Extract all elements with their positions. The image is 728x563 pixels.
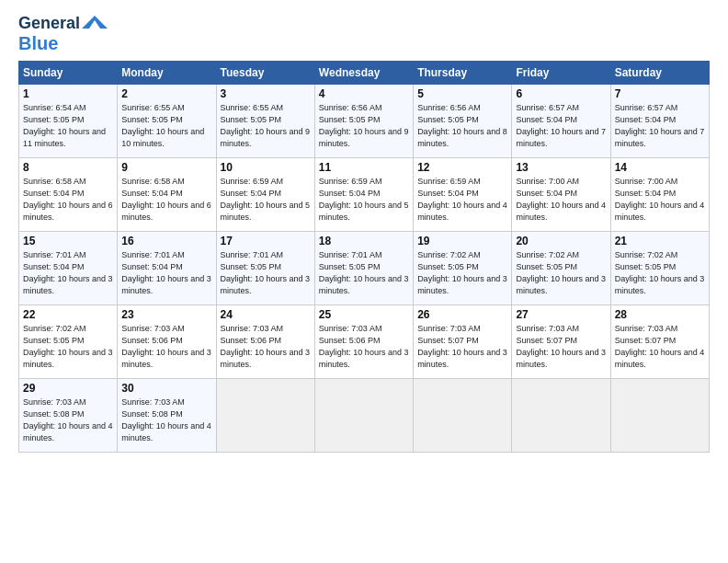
day-number: 5	[417, 87, 507, 100]
day-number: 20	[516, 235, 606, 247]
calendar-cell: 28Sunrise: 7:03 AMSunset: 5:07 PMDayligh…	[610, 304, 709, 378]
day-info: Sunrise: 6:56 AMSunset: 5:05 PMDaylight:…	[319, 103, 409, 148]
day-info: Sunrise: 7:03 AMSunset: 5:07 PMDaylight:…	[615, 324, 705, 369]
calendar-cell: 22Sunrise: 7:02 AMSunset: 5:05 PMDayligh…	[19, 304, 118, 378]
calendar-cell: 21Sunrise: 7:02 AMSunset: 5:05 PMDayligh…	[610, 231, 709, 304]
day-number: 16	[121, 235, 211, 247]
day-info: Sunrise: 6:57 AMSunset: 5:04 PMDaylight:…	[516, 103, 606, 148]
page: General Blue SundayMondayTuesdayWednesda…	[0, 0, 728, 563]
day-number: 4	[319, 87, 409, 100]
calendar-table: SundayMondayTuesdayWednesdayThursdayFrid…	[18, 61, 710, 453]
day-number: 15	[23, 235, 113, 247]
col-header-thursday: Thursday	[414, 61, 512, 84]
day-info: Sunrise: 6:56 AMSunset: 5:05 PMDaylight:…	[417, 103, 507, 148]
day-info: Sunrise: 6:57 AMSunset: 5:04 PMDaylight:…	[615, 103, 705, 148]
day-info: Sunrise: 7:03 AMSunset: 5:06 PMDaylight:…	[221, 324, 311, 369]
day-info: Sunrise: 7:01 AMSunset: 5:05 PMDaylight:…	[319, 250, 409, 295]
day-info: Sunrise: 7:01 AMSunset: 5:04 PMDaylight:…	[121, 250, 211, 295]
calendar-cell: 18Sunrise: 7:01 AMSunset: 5:05 PMDayligh…	[314, 231, 413, 304]
calendar-cell: 27Sunrise: 7:03 AMSunset: 5:07 PMDayligh…	[512, 304, 610, 378]
day-info: Sunrise: 6:58 AMSunset: 5:04 PMDaylight:…	[23, 177, 113, 222]
calendar-cell: 24Sunrise: 7:03 AMSunset: 5:06 PMDayligh…	[216, 304, 314, 378]
calendar-cell: 6Sunrise: 6:57 AMSunset: 5:04 PMDaylight…	[512, 84, 610, 157]
calendar-cell: 16Sunrise: 7:01 AMSunset: 5:04 PMDayligh…	[118, 231, 216, 304]
day-info: Sunrise: 7:03 AMSunset: 5:07 PMDaylight:…	[516, 324, 606, 369]
day-info: Sunrise: 7:01 AMSunset: 5:05 PMDaylight:…	[221, 250, 311, 295]
calendar-cell: 8Sunrise: 6:58 AMSunset: 5:04 PMDaylight…	[19, 157, 118, 231]
calendar-cell: 3Sunrise: 6:55 AMSunset: 5:05 PMDaylight…	[216, 84, 314, 157]
calendar-cell: 4Sunrise: 6:56 AMSunset: 5:05 PMDaylight…	[314, 84, 413, 157]
day-number: 12	[417, 161, 507, 174]
day-info: Sunrise: 7:03 AMSunset: 5:08 PMDaylight:…	[121, 397, 211, 442]
day-info: Sunrise: 7:02 AMSunset: 5:05 PMDaylight:…	[516, 250, 606, 295]
col-header-sunday: Sunday	[19, 61, 118, 84]
logo-icon	[82, 16, 108, 30]
calendar-cell: 15Sunrise: 7:01 AMSunset: 5:04 PMDayligh…	[19, 231, 118, 304]
col-header-tuesday: Tuesday	[216, 61, 314, 84]
day-number: 17	[221, 235, 311, 247]
calendar-cell	[610, 378, 709, 452]
col-header-monday: Monday	[118, 61, 216, 84]
day-info: Sunrise: 6:55 AMSunset: 5:05 PMDaylight:…	[221, 103, 311, 148]
day-number: 1	[23, 87, 113, 100]
day-info: Sunrise: 7:02 AMSunset: 5:05 PMDaylight:…	[23, 324, 113, 369]
day-number: 11	[319, 161, 409, 174]
day-info: Sunrise: 7:00 AMSunset: 5:04 PMDaylight:…	[615, 177, 705, 222]
day-number: 24	[221, 308, 311, 321]
calendar-cell: 26Sunrise: 7:03 AMSunset: 5:07 PMDayligh…	[414, 304, 512, 378]
day-number: 8	[23, 161, 113, 174]
day-number: 6	[516, 87, 606, 100]
calendar-cell: 5Sunrise: 6:56 AMSunset: 5:05 PMDaylight…	[414, 84, 512, 157]
calendar-cell: 2Sunrise: 6:55 AMSunset: 5:05 PMDaylight…	[118, 84, 216, 157]
day-number: 28	[615, 308, 705, 321]
day-info: Sunrise: 6:54 AMSunset: 5:05 PMDaylight:…	[23, 103, 106, 148]
calendar-cell	[414, 378, 512, 452]
day-info: Sunrise: 6:55 AMSunset: 5:05 PMDaylight:…	[121, 103, 204, 148]
day-number: 10	[221, 161, 311, 174]
day-info: Sunrise: 7:03 AMSunset: 5:08 PMDaylight:…	[23, 397, 113, 442]
calendar-cell	[512, 378, 610, 452]
day-info: Sunrise: 7:03 AMSunset: 5:06 PMDaylight:…	[319, 324, 409, 369]
day-number: 7	[615, 87, 705, 100]
calendar-cell: 17Sunrise: 7:01 AMSunset: 5:05 PMDayligh…	[216, 231, 314, 304]
calendar-cell: 29Sunrise: 7:03 AMSunset: 5:08 PMDayligh…	[19, 378, 118, 452]
svg-marker-0	[82, 16, 108, 29]
day-info: Sunrise: 7:01 AMSunset: 5:04 PMDaylight:…	[23, 250, 113, 295]
day-number: 25	[319, 308, 409, 321]
day-number: 14	[615, 161, 705, 174]
day-number: 23	[121, 308, 211, 321]
day-info: Sunrise: 6:58 AMSunset: 5:04 PMDaylight:…	[121, 177, 211, 222]
day-number: 9	[121, 161, 211, 174]
col-header-wednesday: Wednesday	[314, 61, 413, 84]
day-number: 22	[23, 308, 113, 321]
day-info: Sunrise: 7:03 AMSunset: 5:07 PMDaylight:…	[417, 324, 507, 369]
calendar-cell	[314, 378, 413, 452]
day-info: Sunrise: 7:02 AMSunset: 5:05 PMDaylight:…	[615, 250, 705, 295]
logo-text-general: General	[18, 15, 80, 33]
logo: General Blue	[18, 15, 108, 53]
day-number: 19	[417, 235, 507, 247]
day-number: 26	[417, 308, 507, 321]
day-info: Sunrise: 6:59 AMSunset: 5:04 PMDaylight:…	[319, 177, 409, 222]
day-number: 29	[23, 382, 113, 395]
calendar-cell: 7Sunrise: 6:57 AMSunset: 5:04 PMDaylight…	[610, 84, 709, 157]
calendar-cell: 13Sunrise: 7:00 AMSunset: 5:04 PMDayligh…	[512, 157, 610, 231]
day-number: 18	[319, 235, 409, 247]
calendar-cell: 30Sunrise: 7:03 AMSunset: 5:08 PMDayligh…	[118, 378, 216, 452]
day-number: 27	[516, 308, 606, 321]
day-info: Sunrise: 7:02 AMSunset: 5:05 PMDaylight:…	[417, 250, 507, 295]
calendar-cell: 19Sunrise: 7:02 AMSunset: 5:05 PMDayligh…	[414, 231, 512, 304]
day-info: Sunrise: 6:59 AMSunset: 5:04 PMDaylight:…	[221, 177, 311, 222]
calendar-cell: 23Sunrise: 7:03 AMSunset: 5:06 PMDayligh…	[118, 304, 216, 378]
day-info: Sunrise: 7:03 AMSunset: 5:06 PMDaylight:…	[121, 324, 211, 369]
day-number: 13	[516, 161, 606, 174]
calendar-cell: 9Sunrise: 6:58 AMSunset: 5:04 PMDaylight…	[118, 157, 216, 231]
calendar-cell: 25Sunrise: 7:03 AMSunset: 5:06 PMDayligh…	[314, 304, 413, 378]
col-header-friday: Friday	[512, 61, 610, 84]
header: General Blue	[18, 15, 710, 53]
col-header-saturday: Saturday	[610, 61, 709, 84]
day-number: 30	[121, 382, 211, 395]
calendar-cell: 10Sunrise: 6:59 AMSunset: 5:04 PMDayligh…	[216, 157, 314, 231]
calendar-cell: 1Sunrise: 6:54 AMSunset: 5:05 PMDaylight…	[19, 84, 118, 157]
day-number: 3	[221, 87, 311, 100]
